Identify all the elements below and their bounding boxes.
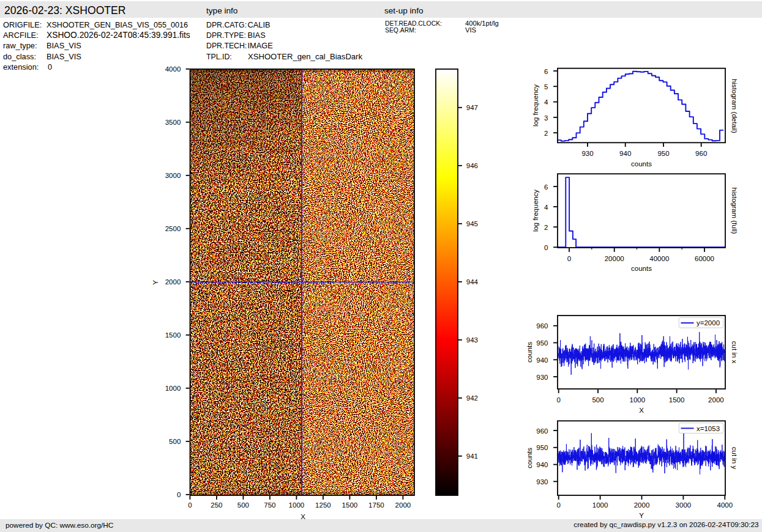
svg-text:0: 0	[48, 62, 52, 72]
svg-text:950: 950	[536, 339, 548, 347]
svg-text:BIAS_VIS: BIAS_VIS	[47, 52, 81, 61]
svg-text:500: 500	[169, 438, 181, 445]
svg-text:y=2000: y=2000	[697, 319, 720, 327]
svg-text:powered by QC: www.eso.org/HC: powered by QC: www.eso.org/HC	[6, 521, 114, 530]
svg-text:4000: 4000	[717, 501, 733, 509]
svg-text:1500: 1500	[342, 501, 358, 509]
svg-text:0: 0	[556, 501, 560, 509]
svg-text:Y: Y	[152, 280, 159, 285]
svg-text:0: 0	[188, 501, 192, 509]
svg-text:4000: 4000	[165, 65, 181, 73]
svg-text:400k/1pt/lg: 400k/1pt/lg	[465, 20, 499, 27]
svg-text:750: 750	[264, 501, 275, 509]
svg-text:960: 960	[536, 322, 548, 330]
svg-text:940: 940	[536, 357, 548, 364]
svg-text:2026-02-23: XSHOOTER: 2026-02-23: XSHOOTER	[4, 4, 126, 17]
svg-text:1000: 1000	[630, 396, 646, 404]
svg-text:VIS: VIS	[465, 26, 476, 34]
svg-text:X: X	[301, 513, 305, 520]
svg-text:930: 930	[536, 374, 548, 381]
svg-text:counts: counts	[631, 160, 652, 168]
svg-text:1000: 1000	[592, 501, 608, 509]
svg-text:cut in x: cut in x	[731, 341, 738, 364]
svg-text:2000: 2000	[708, 396, 724, 404]
svg-text:1000: 1000	[165, 385, 181, 392]
svg-text:do_class:: do_class:	[3, 52, 36, 61]
svg-text:1500: 1500	[669, 396, 685, 404]
svg-text:counts: counts	[631, 265, 652, 272]
svg-text:4: 4	[544, 204, 548, 211]
svg-text:500: 500	[592, 396, 603, 404]
svg-text:XSHOO.2026-02-24T08:45:39.991.: XSHOO.2026-02-24T08:45:39.991.fits	[47, 31, 190, 40]
svg-text:1000: 1000	[289, 501, 305, 509]
svg-text:4: 4	[544, 98, 548, 106]
svg-text:extension:: extension:	[3, 62, 39, 72]
svg-text:raw_type:: raw_type:	[3, 41, 37, 50]
svg-text:3500: 3500	[165, 119, 181, 126]
svg-text:2: 2	[544, 224, 548, 231]
svg-text:2000: 2000	[395, 501, 411, 509]
svg-text:TPL.ID:: TPL.ID:	[206, 53, 232, 61]
svg-text:943: 943	[466, 336, 478, 344]
svg-text:histogram (full): histogram (full)	[731, 188, 738, 234]
svg-text:942: 942	[466, 394, 478, 402]
svg-text:0: 0	[177, 491, 181, 498]
svg-text:960: 960	[536, 427, 548, 435]
svg-text:6: 6	[544, 183, 548, 191]
svg-text:946: 946	[466, 162, 478, 169]
svg-text:60000: 60000	[695, 255, 714, 262]
svg-text:950: 950	[657, 150, 669, 157]
svg-text:DPR.TYPE:: DPR.TYPE:	[206, 31, 246, 40]
svg-text:BIAS_VIS: BIAS_VIS	[47, 41, 81, 50]
svg-text:0: 0	[567, 255, 571, 262]
svg-text:2000: 2000	[634, 501, 650, 509]
svg-text:DPR.TECH:: DPR.TECH:	[206, 42, 247, 50]
svg-text:X: X	[639, 407, 644, 414]
svg-text:940: 940	[619, 150, 631, 157]
svg-text:histogram (detail): histogram (detail)	[731, 79, 738, 133]
svg-text:ARCFILE:: ARCFILE:	[3, 31, 39, 40]
svg-text:40000: 40000	[649, 255, 669, 262]
svg-text:DET.READ.CLOCK:: DET.READ.CLOCK:	[385, 20, 442, 27]
svg-text:IMAGE: IMAGE	[248, 41, 273, 50]
svg-text:Y: Y	[639, 512, 644, 519]
svg-text:counts: counts	[526, 448, 533, 468]
svg-text:944: 944	[466, 278, 479, 286]
svg-text:250: 250	[211, 501, 222, 509]
svg-text:1250: 1250	[315, 501, 331, 509]
svg-text:2000: 2000	[165, 278, 181, 286]
svg-text:cut in y: cut in y	[731, 447, 738, 470]
svg-text:930: 930	[536, 478, 548, 486]
svg-text:930: 930	[581, 150, 593, 157]
svg-text:940: 940	[536, 461, 548, 468]
svg-text:3000: 3000	[165, 172, 181, 179]
svg-text:type info: type info	[206, 6, 237, 15]
svg-text:6: 6	[544, 68, 548, 75]
svg-text:DPR.CATG:: DPR.CATG:	[206, 21, 247, 29]
svg-text:BIAS: BIAS	[248, 31, 266, 40]
svg-text:3000: 3000	[676, 501, 692, 509]
svg-text:set-up info: set-up info	[384, 6, 423, 15]
svg-text:0: 0	[544, 244, 548, 251]
svg-text:1500: 1500	[165, 331, 181, 339]
svg-text:XSHOOTER_gen_cal_BiasDark: XSHOOTER_gen_cal_BiasDark	[248, 52, 362, 61]
svg-text:1750: 1750	[368, 501, 384, 509]
svg-text:ORIGFILE:: ORIGFILE:	[3, 20, 42, 29]
svg-text:945: 945	[466, 220, 478, 227]
svg-text:941: 941	[466, 453, 478, 460]
svg-text:log frequency: log frequency	[532, 190, 539, 232]
svg-text:created by qc_rawdisp.py v1.2.: created by qc_rawdisp.py v1.2.3 on 2026-…	[573, 520, 759, 529]
svg-text:3: 3	[544, 114, 548, 122]
svg-text:500: 500	[237, 501, 249, 509]
svg-text:XSHOOTER_GEN_BIAS_VIS_055_0016: XSHOOTER_GEN_BIAS_VIS_055_0016	[47, 21, 188, 29]
svg-text:960: 960	[695, 150, 707, 157]
svg-text:950: 950	[536, 444, 548, 451]
svg-text:counts: counts	[526, 342, 533, 363]
svg-text:20000: 20000	[605, 255, 624, 262]
svg-text:CALIB: CALIB	[248, 20, 271, 29]
svg-text:947: 947	[466, 104, 478, 111]
svg-text:2500: 2500	[165, 225, 181, 232]
svg-text:0: 0	[556, 396, 560, 404]
svg-text:SEQ.ARM:: SEQ.ARM:	[385, 27, 416, 34]
svg-text:5: 5	[544, 83, 548, 91]
